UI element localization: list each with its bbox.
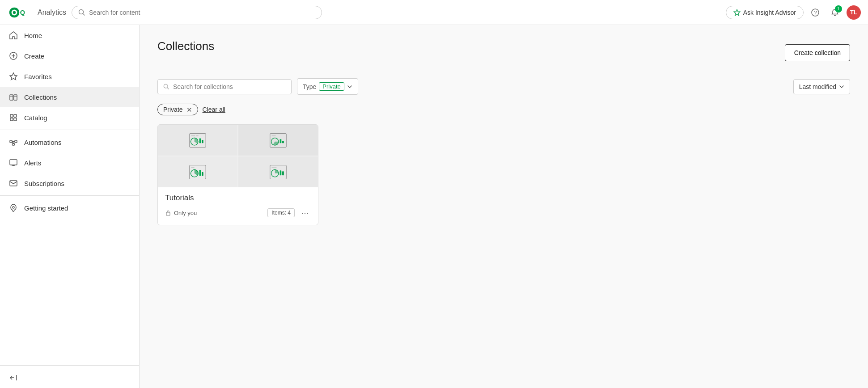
sidebar-item-getting-started[interactable]: Getting started xyxy=(0,198,139,218)
svg-rect-27 xyxy=(10,160,17,165)
svg-marker-6 xyxy=(734,9,740,16)
collections-search-input[interactable] xyxy=(173,83,286,90)
svg-rect-53 xyxy=(271,167,276,168)
sidebar-item-home[interactable]: Home xyxy=(0,25,139,46)
logo[interactable]: Q xyxy=(7,5,29,20)
global-search[interactable] xyxy=(72,6,322,19)
thumbnail-4 xyxy=(238,156,318,187)
collection-card-tutorials[interactable]: Tutorials Only you Items: 4 ⋯ xyxy=(157,124,318,225)
user-avatar[interactable]: TL xyxy=(847,5,861,20)
clear-all-button[interactable]: Clear all xyxy=(203,106,225,113)
toolbar: Type Private Last modified xyxy=(157,78,850,95)
collections-search[interactable] xyxy=(157,79,292,94)
notification-badge: 1 xyxy=(835,5,842,13)
more-options-button[interactable]: ⋯ xyxy=(299,207,311,219)
collections-grid: Tutorials Only you Items: 4 ⋯ xyxy=(157,124,850,225)
rocket-icon xyxy=(9,203,18,212)
main-content: Collections Create collection Type Priva… xyxy=(140,25,868,388)
sidebar-item-automations[interactable]: Automations xyxy=(0,132,139,152)
lock-icon xyxy=(165,210,171,216)
svg-rect-51 xyxy=(202,172,203,176)
insight-advisor-button[interactable]: Ask Insight Advisor xyxy=(726,6,804,19)
svg-rect-45 xyxy=(280,139,282,143)
svg-text:Q: Q xyxy=(20,8,25,16)
sidebar-item-subscriptions[interactable]: Subscriptions xyxy=(0,173,139,194)
qlik-logo-icon: Q xyxy=(7,5,29,20)
svg-rect-17 xyxy=(10,114,13,117)
thumbnail-3 xyxy=(158,156,237,187)
topnav-right: Ask Insight Advisor ? 1 TL xyxy=(726,4,861,21)
svg-rect-18 xyxy=(14,114,17,117)
help-icon: ? xyxy=(811,8,819,17)
dashboard-icon xyxy=(189,163,207,181)
svg-rect-43 xyxy=(271,135,275,136)
insight-icon xyxy=(733,9,741,16)
svg-rect-26 xyxy=(13,143,15,145)
chevron-down-icon xyxy=(839,84,844,89)
svg-rect-30 xyxy=(10,181,17,186)
svg-text:?: ? xyxy=(814,10,817,15)
svg-rect-21 xyxy=(10,140,12,143)
sidebar-collapse-button[interactable] xyxy=(0,367,139,388)
svg-rect-46 xyxy=(282,140,284,143)
sort-dropdown[interactable]: Last modified xyxy=(793,79,850,94)
svg-rect-13 xyxy=(10,95,13,100)
global-search-input[interactable] xyxy=(89,9,315,16)
card-body: Tutorials Only you Items: 4 ⋯ xyxy=(158,187,318,225)
svg-line-35 xyxy=(167,88,169,89)
svg-rect-37 xyxy=(191,135,195,136)
home-icon xyxy=(9,31,18,40)
svg-rect-48 xyxy=(191,167,194,168)
svg-rect-55 xyxy=(280,170,282,175)
thumbnail-2 xyxy=(238,125,318,156)
svg-marker-12 xyxy=(10,73,17,80)
chip-close-button[interactable]: ✕ xyxy=(186,106,192,113)
sidebar-bottom xyxy=(0,363,139,388)
type-filter[interactable]: Type Private xyxy=(297,78,358,95)
sidebar: Home Create Favorites C xyxy=(0,25,140,388)
dashboard-icon xyxy=(269,131,287,149)
svg-line-5 xyxy=(83,13,85,15)
dashboard-icon xyxy=(189,131,207,149)
svg-rect-22 xyxy=(15,140,17,143)
svg-rect-14 xyxy=(14,95,17,100)
svg-rect-56 xyxy=(282,171,284,175)
svg-point-2 xyxy=(13,11,16,13)
create-collection-button[interactable]: Create collection xyxy=(785,44,850,61)
subscriptions-icon xyxy=(9,179,18,188)
collapse-icon xyxy=(9,373,18,382)
svg-rect-40 xyxy=(199,138,201,143)
app-name: Analytics xyxy=(38,8,66,17)
svg-rect-57 xyxy=(166,212,170,215)
dashboard-icon xyxy=(269,163,287,181)
filter-row: Private ✕ Clear all xyxy=(157,104,850,115)
card-title: Tutorials xyxy=(165,194,311,202)
sidebar-item-catalog[interactable]: Catalog xyxy=(0,107,139,128)
notifications-button[interactable]: 1 xyxy=(827,4,843,21)
svg-point-31 xyxy=(13,207,14,208)
automations-icon xyxy=(9,138,18,147)
search-icon xyxy=(78,9,85,16)
sidebar-item-collections[interactable]: Collections xyxy=(0,87,139,107)
help-button[interactable]: ? xyxy=(807,4,823,21)
sidebar-item-create[interactable]: Create xyxy=(0,46,139,66)
catalog-icon xyxy=(9,113,18,122)
svg-rect-41 xyxy=(202,140,203,143)
filter-chip-private[interactable]: Private ✕ xyxy=(157,104,198,115)
page-header-row: Collections Create collection xyxy=(157,39,850,66)
svg-rect-20 xyxy=(14,118,17,121)
svg-rect-38 xyxy=(196,135,198,136)
svg-rect-19 xyxy=(10,118,13,121)
svg-rect-50 xyxy=(199,170,201,176)
topnav: Q Analytics Ask Insight Advisor ? xyxy=(0,0,868,25)
sidebar-item-favorites[interactable]: Favorites xyxy=(0,66,139,87)
chevron-down-icon xyxy=(347,84,352,89)
star-icon xyxy=(9,72,18,81)
sidebar-item-alerts[interactable]: Alerts xyxy=(0,152,139,173)
page-title: Collections xyxy=(157,39,214,53)
card-meta-left: Only you xyxy=(165,210,263,216)
alerts-icon xyxy=(9,158,18,167)
collections-icon xyxy=(9,93,18,101)
thumbnail-1 xyxy=(158,125,237,156)
card-meta: Only you Items: 4 ⋯ xyxy=(165,207,311,219)
